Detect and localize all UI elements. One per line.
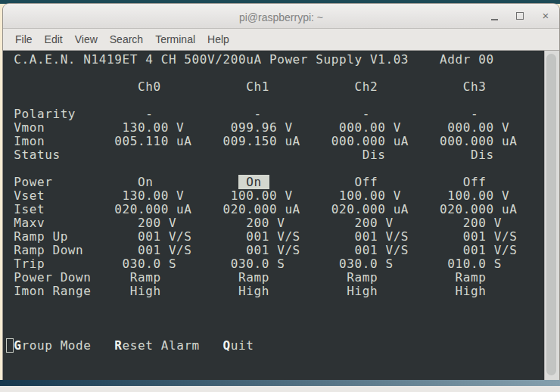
close-button[interactable]: × xyxy=(540,10,552,22)
terminal-cursor xyxy=(6,338,14,353)
menu-item-view[interactable]: View xyxy=(75,33,98,45)
menu-item-file[interactable]: File xyxy=(15,33,33,45)
scrollbar-thumb[interactable] xyxy=(546,54,556,375)
window-title: pi@raspberrypi: ~ xyxy=(3,11,559,23)
minimize-icon xyxy=(491,19,498,20)
menu-item-help[interactable]: Help xyxy=(207,33,229,45)
titlebar[interactable]: pi@raspberrypi: ~ × xyxy=(3,4,559,29)
terminal-window: pi@raspberrypi: ~ × FileEditViewSearchTe… xyxy=(3,4,559,380)
desktop-bottom-gradient xyxy=(0,380,560,386)
desktop-bottom-strip xyxy=(0,386,560,392)
terminal-text: C.A.E.N. N1419ET 4 CH 500V/200uA Power S… xyxy=(6,53,544,353)
maximize-icon xyxy=(516,12,524,20)
scrollbar[interactable] xyxy=(544,51,559,380)
menu-item-edit[interactable]: Edit xyxy=(45,33,63,45)
close-icon: × xyxy=(543,10,549,22)
terminal-area: C.A.E.N. N1419ET 4 CH 500V/200uA Power S… xyxy=(3,51,559,380)
window-controls: × xyxy=(488,4,552,28)
menu-item-search[interactable]: Search xyxy=(110,33,143,45)
minimize-button[interactable] xyxy=(488,10,500,22)
maximize-button[interactable] xyxy=(514,10,526,22)
menubar: FileEditViewSearchTerminalHelp xyxy=(3,29,559,51)
terminal-screen[interactable]: C.A.E.N. N1419ET 4 CH 500V/200uA Power S… xyxy=(3,51,544,380)
menu-item-terminal[interactable]: Terminal xyxy=(155,33,195,45)
